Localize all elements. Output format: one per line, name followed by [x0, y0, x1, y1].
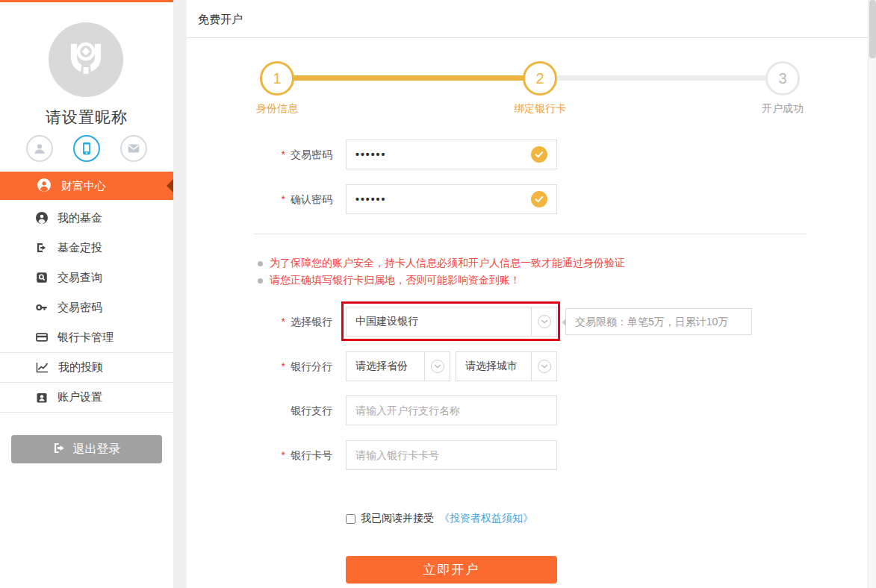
nickname-text: 请设置昵称 [0, 107, 173, 128]
province-select-dropdown-button[interactable] [424, 352, 450, 381]
step-2-label: 绑定银行卡 [480, 102, 600, 116]
phone-verify-icon[interactable] [73, 135, 100, 162]
sidebar-item-label: 交易查询 [58, 271, 102, 285]
required-asterisk: * [282, 193, 285, 205]
sidebar-item-bank-card-management[interactable]: 银行卡管理 [0, 322, 173, 352]
chart-icon [36, 362, 49, 373]
province-select[interactable]: 请选择省份 [346, 351, 450, 381]
logout-label: 退出登录 [73, 442, 121, 457]
step-number: 3 [778, 70, 786, 87]
key-icon [36, 301, 48, 313]
sidebar-item-my-advisor[interactable]: 我的投顾 [0, 352, 173, 382]
bullet-icon [258, 278, 263, 284]
card-number-input[interactable] [346, 440, 557, 470]
sidebar-item-label: 我的投顾 [58, 360, 103, 375]
sidebar-top-accent-bar [0, 0, 173, 2]
bullet-icon [258, 261, 263, 266]
fund-logo-icon [62, 34, 110, 85]
doc-search-icon [36, 272, 48, 284]
step-2-circle: 2 [523, 61, 557, 96]
trade-password-input[interactable] [346, 140, 557, 169]
required-asterisk: * [282, 148, 285, 160]
trade-password-label: *交易密码 [187, 140, 332, 169]
stepper-connector-pending [540, 75, 783, 81]
sidebar-item-fund-aip[interactable]: 基金定投 [0, 233, 173, 263]
sidebar-nav: 财富中心 我的基金 基金定投 交易查询 [0, 172, 173, 413]
notice-text: 为了保障您的账户安全，持卡人信息必须和开户人信息一致才能通过身份验证 [270, 257, 625, 270]
user-verify-icon[interactable] [26, 135, 53, 162]
confirm-password-label: *确认密码 [187, 184, 332, 214]
step-1-circle: 1 [260, 61, 294, 96]
bank-location-notice: 请您正确填写银行卡归属地，否则可能影响资金到账！ [258, 274, 521, 287]
sidebar-secondary-nav: 我的投顾 账户设置 [0, 352, 173, 413]
main-panel: 免费开户 1 2 3 身份信息 绑定银行卡 开户成功 *交易密码 *确认密码 为… [187, 0, 868, 588]
bank-branch-label: *银行分行 [187, 351, 332, 381]
sidebar-item-my-funds[interactable]: 我的基金 [0, 203, 173, 233]
scrollbar-track[interactable] [868, 0, 876, 588]
logout-button[interactable]: 退出登录 [11, 435, 162, 463]
label-text: 银行分行 [291, 360, 332, 372]
id-card-icon [36, 392, 48, 404]
step-3-circle: 3 [765, 61, 800, 96]
verification-badges [0, 135, 173, 162]
sidebar-item-account-settings[interactable]: 账户设置 [0, 382, 173, 412]
bank-select-label: *选择银行 [187, 307, 332, 337]
step-3-label: 开户成功 [723, 102, 842, 116]
label-text: 银行支行 [291, 404, 332, 416]
city-select-dropdown-button[interactable] [531, 352, 556, 381]
arrow-out-icon [36, 242, 48, 254]
sub-branch-input[interactable] [346, 395, 557, 425]
valid-check-icon [531, 146, 547, 163]
province-select-value: 请选择省份 [347, 352, 424, 381]
scrollbar-thumb[interactable] [869, 0, 876, 58]
sidebar-submenu: 我的基金 基金定投 交易查询 交易密码 [0, 203, 173, 352]
bank-select-value: 中国建设银行 [347, 307, 531, 336]
sidebar-item-transaction-query[interactable]: 交易查询 [0, 263, 173, 293]
agreement-checkbox[interactable] [346, 514, 355, 524]
required-asterisk: * [282, 449, 285, 461]
sidebar-item-transaction-password[interactable]: 交易密码 [0, 293, 173, 322]
sidebar-item-label: 银行卡管理 [58, 331, 114, 345]
required-asterisk: * [282, 316, 285, 328]
page-title: 免费开户 [198, 13, 243, 27]
bank-select[interactable]: 中国建设银行 [346, 307, 557, 337]
user-circle-icon [36, 212, 48, 224]
label-text: 交易密码 [291, 148, 332, 160]
label-text: 选择银行 [291, 316, 332, 328]
sidebar-item-label: 账户设置 [58, 390, 102, 404]
required-asterisk: * [282, 360, 285, 372]
agreement-row: 我已阅读并接受 《投资者权益须知》 [346, 512, 533, 525]
sub-branch-label: 银行支行 [187, 395, 332, 425]
security-notice: 为了保障您的账户安全，持卡人信息必须和开户人信息一致才能通过身份验证 [258, 257, 625, 270]
open-account-button[interactable]: 立即开户 [346, 556, 557, 584]
card-number-label: *银行卡号 [187, 440, 332, 470]
bank-select-dropdown-button[interactable] [531, 307, 556, 336]
chevron-down-icon [538, 360, 551, 373]
notice-text: 请您正确填写银行卡归属地，否则可能影响资金到账！ [270, 274, 521, 287]
chevron-down-icon [431, 360, 444, 373]
sidebar-item-label: 我的基金 [58, 211, 102, 225]
step-number: 2 [535, 70, 544, 87]
investor-rights-link[interactable]: 《投资者权益须知》 [439, 512, 533, 525]
city-select[interactable]: 请选择城市 [456, 351, 557, 381]
confirm-password-input[interactable] [346, 184, 557, 214]
valid-check-icon [531, 191, 547, 207]
sidebar-item-label: 财富中心 [61, 179, 106, 193]
avatar[interactable] [49, 22, 123, 97]
label-text: 银行卡号 [291, 449, 332, 461]
user-circle-icon [37, 178, 51, 194]
sidebar-item-wealth-center[interactable]: 财富中心 [0, 172, 173, 200]
chevron-down-icon [538, 315, 551, 328]
mail-verify-icon[interactable] [120, 135, 147, 162]
agreement-text: 我已阅读并接受 [361, 512, 434, 525]
sidebar-item-label: 交易密码 [58, 301, 102, 315]
stepper-connector-done [277, 75, 540, 81]
step-number: 1 [273, 70, 281, 87]
city-select-value: 请选择城市 [456, 352, 531, 381]
label-text: 确认密码 [291, 193, 332, 205]
sidebar: 请设置昵称 财富中心 我的基金 [0, 0, 173, 588]
section-divider [254, 234, 807, 234]
transaction-limit-hint: 交易限额：单笔5万，日累计10万 [565, 308, 752, 335]
step-1-label: 身份信息 [217, 102, 337, 116]
page-header: 免费开户 [187, 0, 868, 38]
